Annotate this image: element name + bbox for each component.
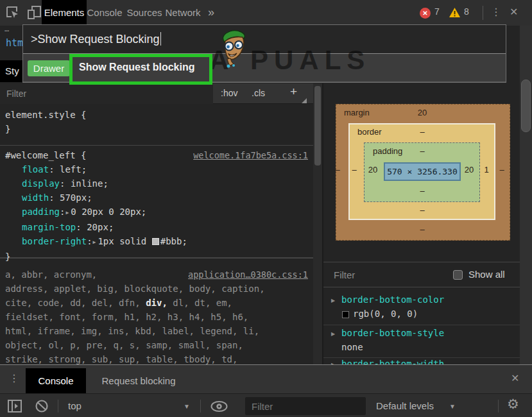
annotation-highlight-rect [69, 54, 212, 85]
margin-bottom-value: – [409, 225, 435, 234]
stylesheet-source-link[interactable]: welcome.1fa7be5a.css:1 [193, 148, 308, 162]
tab-console[interactable]: Console [87, 0, 123, 26]
padding-left-value: 20 [365, 165, 381, 174]
box-model-content: 570 × 3256.330 [384, 162, 461, 181]
css-property-display[interactable]: display: inline; [5, 176, 308, 191]
css-property-margin-top[interactable]: margin-top: 20px; [5, 220, 308, 234]
padding-label: padding [373, 146, 402, 156]
main-menu-kebab-icon[interactable]: ⋮ [491, 6, 501, 18]
css-rule-tag-selectors: application…0380c.css:1 a, abbr, acronym… [0, 260, 313, 364]
inline-style-selector: element.style [5, 110, 76, 120]
expand-property-icon[interactable]: ▶ [331, 298, 335, 303]
drawer-badge: Drawer [28, 60, 70, 76]
clear-console-icon[interactable] [35, 399, 49, 416]
console-drawer: ⋮ Console Request blocking ✕ top ▼ [0, 364, 532, 417]
css-property-padding[interactable]: padding:▶0 20px 0 20px; [5, 205, 308, 220]
console-toolbar: top ▼ Default levels ▼ ⚙ [0, 393, 532, 417]
list-divider [323, 325, 520, 325]
border-bottom-value: – [409, 205, 435, 215]
show-all-checkbox[interactable] [453, 270, 463, 280]
css-property-border-right[interactable]: border-right:▶1px solid #bbb; [5, 234, 308, 250]
styles-pane: :hov .cls + element.style { } welcome.1f… [0, 83, 313, 364]
box-model-diagram: 570 × 3256.330 margin border padding 20 … [323, 83, 520, 262]
chevron-down-icon[interactable]: ▼ [449, 403, 456, 410]
border-label: border [357, 127, 382, 137]
toolbar-divider [483, 6, 483, 20]
error-count[interactable]: 7 [434, 6, 440, 17]
command-query-text[interactable]: >Show Request Blocking [31, 32, 161, 46]
tab-sources[interactable]: Sources [126, 0, 162, 26]
more-tabs-icon[interactable]: » [208, 0, 214, 26]
tab-network[interactable]: Network [164, 0, 202, 26]
pseudo-state-toggle[interactable]: :hov [221, 88, 237, 98]
drawer-menu-kebab-icon[interactable]: ⋮ [9, 372, 19, 384]
padding-top-value: – [409, 146, 435, 156]
border-left-value: – [349, 165, 359, 174]
computed-property-name: border-bottom-color [341, 294, 444, 305]
drawer-tab-request-blocking[interactable]: Request blocking [95, 368, 182, 393]
drawer-tab-console[interactable]: Console [26, 368, 86, 393]
live-expression-eye-icon[interactable] [210, 401, 228, 414]
warning-count[interactable]: 8 [464, 6, 469, 17]
device-toolbar-icon[interactable] [27, 6, 42, 22]
computed-color-swatch [342, 311, 349, 318]
inspect-element-icon[interactable] [5, 5, 21, 23]
chevron-down-icon[interactable]: ▼ [184, 403, 190, 410]
padding-right-value: 20 [461, 165, 477, 174]
margin-label: margin [344, 108, 370, 117]
close-devtools-icon[interactable]: ✕ [510, 6, 518, 18]
error-count-icon[interactable]: ✕ [420, 8, 431, 19]
devtools-tabbar: Elements Console Sources Network » ✕ 7 8… [0, 0, 532, 26]
context-selector[interactable]: top [68, 400, 82, 411]
rule-selector: #welcome_left [5, 150, 76, 160]
text-caret [160, 32, 162, 46]
styles-scrollbar-track [313, 83, 322, 364]
css-property-width[interactable]: width: 570px; [5, 191, 308, 205]
warning-count-icon[interactable] [449, 7, 461, 21]
styles-filter-row: :hov .cls + [0, 83, 313, 104]
watermark-text-right: PUALS [250, 45, 370, 76]
computed-property-value: none [341, 342, 363, 352]
element-class-toggle[interactable]: .cls [252, 88, 265, 98]
sidebar-scrollbar-thumb[interactable] [521, 80, 531, 132]
console-settings-gear-icon[interactable]: ⚙ [507, 396, 519, 412]
console-filter-input[interactable] [245, 397, 366, 415]
dom-tree-ellipsis: ⋯ [4, 26, 9, 35]
close-drawer-icon[interactable]: ✕ [511, 372, 519, 384]
styles-filter-input[interactable] [0, 83, 213, 104]
log-level-selector[interactable]: Default levels [376, 400, 434, 411]
css-rule-element-style: element.style { } [0, 104, 313, 146]
matched-selector: div, [146, 298, 167, 308]
color-swatch[interactable] [152, 238, 159, 245]
computed-property-value: rgb(0, 0, 0) [353, 309, 418, 319]
computed-filter-row: Show all [323, 262, 520, 287]
tab-styles-partial[interactable]: Sty [0, 60, 26, 82]
dom-tree-html-node[interactable]: htm [6, 37, 23, 49]
margin-top-value: 20 [409, 108, 435, 117]
mascot-icon [219, 28, 248, 74]
sidebar-scrollbar-track [520, 26, 532, 364]
list-divider [323, 357, 520, 358]
console-sidebar-icon[interactable] [7, 398, 22, 416]
new-style-rule-button[interactable]: + [290, 85, 297, 99]
tab-elements[interactable]: Elements [42, 0, 87, 26]
stylesheet-source-link[interactable]: application…0380c.css:1 [188, 268, 308, 282]
css-property-float[interactable]: float: left; [5, 162, 308, 176]
computed-property-name: border-bottom-style [341, 328, 444, 338]
border-top-value: – [409, 127, 435, 137]
css-rule-welcome-left: welcome.1fa7be5a.css:1 #welcome_left { f… [0, 146, 313, 259]
padding-bottom-value: – [409, 186, 435, 196]
expand-property-icon[interactable]: ▶ [331, 331, 335, 337]
margin-left-value: – [332, 165, 343, 174]
show-all-label[interactable]: Show all [468, 269, 505, 280]
computed-filter-input[interactable] [327, 266, 449, 284]
computed-pane: Show all ▶ border-bottom-color rgb(0, 0,… [323, 262, 520, 364]
toolbar-divider [58, 400, 58, 413]
toolbar-divider [498, 400, 499, 413]
margin-right-value: – [497, 165, 507, 174]
resize-corner-icon [302, 98, 307, 103]
expand-shorthand-icon[interactable]: ▶ [65, 210, 71, 216]
styles-scrollbar-thumb[interactable] [314, 86, 321, 166]
computed-property-name: border-bottom-width [341, 359, 444, 364]
border-right-value: 1 [481, 165, 492, 174]
